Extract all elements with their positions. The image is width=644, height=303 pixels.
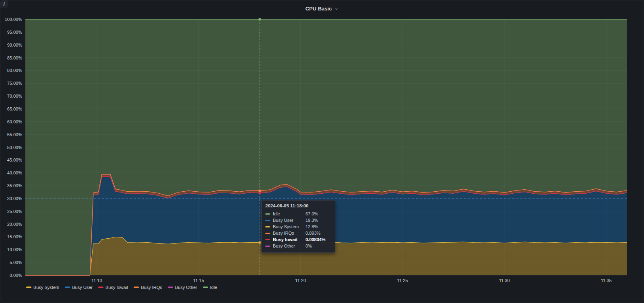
tooltip-row-value: 19.3% <box>305 218 318 223</box>
crosshair-dot-busy-system <box>258 241 261 244</box>
legend-label: Busy System <box>33 285 59 290</box>
tooltip-row-value: 0.00834% <box>305 237 326 242</box>
crosshair-dot-busy-irqs <box>258 190 261 192</box>
legend-item-busy-iowait[interactable]: Busy Iowait <box>98 285 128 290</box>
tooltip-row-idle: Idle 67.0% <box>265 211 331 217</box>
legend-color-marker <box>168 287 173 288</box>
tooltip-row-label: Busy Iowait <box>273 237 304 242</box>
legend-label: Busy Other <box>175 285 197 290</box>
legend-item-busy-system[interactable]: Busy System <box>26 285 59 290</box>
y-axis-label: 75.00% <box>7 81 23 86</box>
y-axis-label: 80.00% <box>7 68 23 73</box>
panel-header[interactable]: CPU Basic ⌄ <box>0 0 644 16</box>
legend-color-marker <box>65 287 70 288</box>
crosshair-dot-busy-iowait <box>258 192 261 194</box>
y-axis-label: 100.00% <box>5 17 23 22</box>
legend-item-busy-irqs[interactable]: Busy IRQs <box>134 285 162 290</box>
y-axis-label: 55.00% <box>7 132 23 137</box>
y-axis-label: 45.00% <box>7 158 23 162</box>
series-color-marker <box>265 213 270 215</box>
series-color-marker <box>265 220 270 221</box>
tooltip-row-busy-iowait: Busy Iowait 0.00834% <box>265 236 331 243</box>
y-axis-label: 15.00% <box>7 234 23 239</box>
y-axis-label: 0.00% <box>10 273 22 278</box>
x-axis-label: 11:25 <box>397 278 408 283</box>
x-axis-label: 11:30 <box>499 278 510 283</box>
y-axis-label: 50.00% <box>7 145 23 150</box>
crosshair-dot-idle <box>258 18 261 20</box>
legend-label: Busy IRQs <box>141 285 162 290</box>
tooltip-row-busy-irqs: Busy IRQs 0.893% <box>265 230 331 236</box>
grafana-page: { "panel": { "title": "CPU Basic" }, "ic… <box>0 0 644 303</box>
tooltip-row-value: 67.0% <box>305 211 318 216</box>
y-axis-label: 95.00% <box>7 30 23 35</box>
y-axis-label: 30.00% <box>7 196 23 201</box>
y-axis-label: 85.00% <box>7 55 23 60</box>
y-axis-label: 40.00% <box>7 170 23 175</box>
series-color-marker <box>265 239 270 240</box>
x-axis-label: 11:20 <box>295 278 306 283</box>
legend-color-marker <box>98 287 103 288</box>
legend-label: Busy User <box>72 285 93 290</box>
y-axis-label: 5.00% <box>10 260 22 265</box>
series-color-marker <box>265 233 270 234</box>
chevron-down-icon: ⌄ <box>334 6 339 10</box>
y-axis-label: 20.00% <box>7 222 23 227</box>
y-axis-label: 25.00% <box>7 209 23 214</box>
y-axis-label: 10.00% <box>7 247 23 252</box>
y-axis-label: 60.00% <box>7 119 23 124</box>
legend-color-marker <box>134 287 139 288</box>
tooltip-row-label: Busy Other <box>273 244 304 248</box>
tooltip-row-busy-system: Busy System 12.8% <box>265 223 331 230</box>
y-axis-label: 70.00% <box>7 94 23 98</box>
legend-color-marker <box>26 287 31 288</box>
y-axis-label: 35.00% <box>7 183 23 188</box>
panel-info-icon[interactable]: i <box>0 0 8 8</box>
cpu-basic-panel: i CPU Basic ⌄ 0.00%5.00%10.00%15.00%20.0… <box>0 0 644 303</box>
x-axis-label: 11:10 <box>91 278 102 283</box>
y-axis-label: 65.00% <box>7 106 23 111</box>
chart-canvas[interactable]: 0.00%5.00%10.00%15.00%20.00%25.00%30.00%… <box>0 0 644 303</box>
legend: Busy System Busy User Busy Iowait Busy I… <box>26 284 217 291</box>
legend-item-busy-user[interactable]: Busy User <box>65 285 93 290</box>
tooltip-row-label: Idle <box>273 211 304 216</box>
tooltip-row-busy-user: Busy User 19.3% <box>265 217 331 223</box>
legend-label: Busy Iowait <box>105 285 128 290</box>
tooltip-row-busy-other: Busy Other 0% <box>265 243 331 249</box>
tooltip-row-label: Busy System <box>273 224 304 229</box>
panel-title[interactable]: CPU Basic <box>305 6 332 12</box>
tooltip-row-value: 0.893% <box>305 231 320 235</box>
tooltip-title: 2024-06-05 11:18:00 <box>265 203 331 208</box>
legend-item-busy-other[interactable]: Busy Other <box>168 285 197 290</box>
tooltip-row-value: 0% <box>305 244 312 248</box>
tooltip-row-label: Busy IRQs <box>273 231 304 235</box>
y-axis-label: 90.00% <box>7 43 23 47</box>
tooltip-row-value: 12.8% <box>305 224 318 229</box>
x-axis-label: 11:35 <box>601 278 612 283</box>
legend-label: Idle <box>210 285 217 290</box>
tooltip: 2024-06-05 11:18:00 Idle 67.0% Busy User… <box>261 200 335 253</box>
series-color-marker <box>265 246 270 247</box>
tooltip-row-label: Busy User <box>273 218 304 223</box>
legend-item-idle[interactable]: Idle <box>203 285 217 290</box>
x-axis-label: 11:15 <box>193 278 204 283</box>
legend-color-marker <box>203 287 208 288</box>
series-color-marker <box>265 226 270 227</box>
